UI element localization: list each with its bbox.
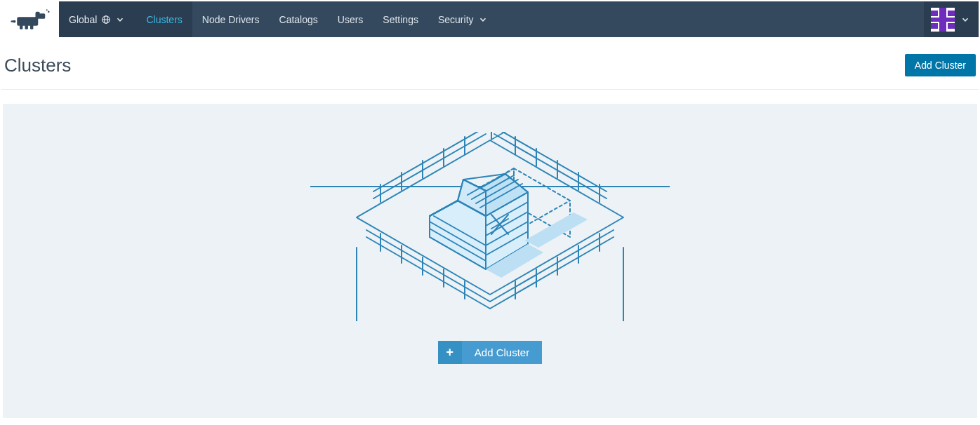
chevron-down-icon [478,15,488,25]
nav-tab-security[interactable]: Security [428,1,498,37]
svg-rect-4 [25,25,28,29]
scope-selector[interactable]: Global [59,1,136,37]
svg-rect-19 [939,22,946,32]
scope-label: Global [69,14,97,25]
add-cluster-button[interactable]: Add Cluster [905,54,976,76]
empty-farm-illustration [310,132,670,321]
user-menu[interactable] [924,1,979,37]
user-avatar-icon [931,8,955,32]
chevron-down-icon [960,15,970,25]
svg-rect-2 [39,13,46,19]
svg-point-8 [48,11,50,13]
svg-rect-15 [948,11,955,16]
page-header: Clusters Add Cluster [1,37,979,90]
svg-rect-17 [931,23,938,29]
chevron-down-icon [115,15,125,25]
nav-tab-label: Settings [383,14,418,25]
plus-icon: + [438,341,462,364]
svg-rect-5 [30,25,33,29]
brand-logo[interactable] [1,1,59,37]
nav-tab-users[interactable]: Users [328,1,373,37]
nav-tab-settings[interactable]: Settings [373,1,428,37]
empty-state-panel: + Add Cluster [3,104,977,418]
svg-point-9 [46,9,48,11]
svg-marker-76 [524,212,588,248]
nav-tab-label: Users [338,14,364,25]
primary-nav: Clusters Node Drivers Catalogs Users Set… [136,1,497,37]
page-title: Clusters [4,55,71,76]
add-cluster-cta[interactable]: + Add Cluster [438,341,542,364]
nav-tab-catalogs[interactable]: Catalogs [270,1,328,37]
nav-tab-label: Catalogs [279,14,318,25]
svg-rect-20 [931,18,955,22]
nav-tab-node-drivers[interactable]: Node Drivers [192,1,270,37]
nav-tab-clusters[interactable]: Clusters [136,1,192,37]
svg-rect-14 [931,11,938,16]
svg-rect-7 [11,20,15,22]
svg-rect-3 [20,25,22,29]
svg-rect-18 [948,23,955,29]
nav-tab-label: Security [438,14,474,25]
nav-spacer [498,1,924,37]
globe-icon [101,15,111,25]
rancher-cow-icon [7,9,53,30]
nav-tab-label: Node Drivers [202,14,260,25]
svg-rect-0 [17,17,38,26]
nav-tab-label: Clusters [146,14,182,25]
add-cluster-cta-label: Add Cluster [462,341,542,364]
top-navbar: Global Clusters Node Drivers Catalogs Us… [1,1,979,37]
svg-rect-16 [939,8,946,18]
